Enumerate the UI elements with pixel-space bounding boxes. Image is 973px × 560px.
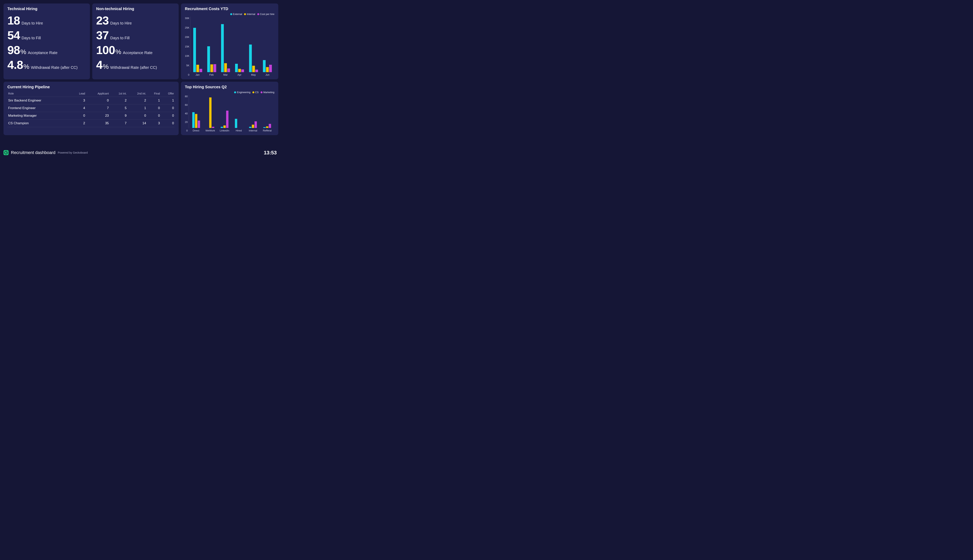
y-tick: 80	[185, 95, 187, 98]
legend-label: Marketing	[263, 91, 274, 94]
bar	[198, 120, 200, 128]
bar	[255, 70, 258, 72]
bar-group	[205, 17, 219, 72]
table-row: Frontend Engineer475100	[7, 104, 175, 112]
y-tick: 30K	[185, 17, 189, 20]
table-cell: 14	[127, 120, 147, 127]
bar-group	[246, 95, 260, 128]
metric-label: Days to Hire	[110, 21, 132, 25]
table-cell: 1	[127, 104, 147, 112]
table-cell: 35	[86, 120, 110, 127]
metric-value: 23	[96, 14, 109, 27]
bar-group	[260, 95, 274, 128]
y-tick: 25K	[185, 26, 189, 29]
table-cell: Marketing Manager	[7, 112, 72, 120]
chart-area: 30K25K20K15K10K5K0 JanFebMarAprMayJun	[185, 17, 274, 76]
metric-value: 4	[96, 58, 102, 72]
metric: 23Days to Hire	[96, 14, 175, 27]
metric-label: Days to Fill	[22, 36, 41, 40]
card-title: Current Hiring Pipeline	[7, 85, 175, 89]
legend-item: Engineering	[234, 91, 250, 94]
legend-swatch-icon	[252, 92, 254, 93]
metric-unit: %	[115, 48, 121, 56]
card-title: Non-technical Hiring	[96, 7, 175, 11]
bar	[263, 60, 266, 72]
legend-label: Internal	[247, 13, 255, 15]
legend-swatch-icon	[257, 13, 259, 15]
bar-group	[247, 17, 261, 72]
bar	[252, 125, 254, 128]
bar	[221, 24, 224, 72]
table-header: Role	[7, 90, 72, 97]
metric: 18Days to Hire	[7, 14, 86, 27]
metric: 37Days to Fill	[96, 29, 175, 42]
metric: 98%Acceptance Rate	[7, 44, 86, 57]
table-cell: 2	[110, 97, 127, 104]
bar	[252, 66, 255, 72]
y-tick: 20	[185, 120, 187, 123]
metric-unit: %	[23, 63, 29, 70]
table-header: 1st int.	[110, 90, 127, 97]
x-tick: Feb	[204, 73, 219, 76]
card-hiring-sources: Top Hiring Sources Q2 EngineeringCSMarke…	[181, 82, 278, 135]
table-cell: CS Champion	[7, 120, 72, 127]
metric: 100%Acceptance Rate	[96, 44, 175, 57]
bar-group	[232, 17, 247, 72]
table-cell: Frontend Engineer	[7, 104, 72, 112]
card-recruitment-costs: Recruitment Costs YTD ExternalInternalCo…	[181, 3, 278, 79]
table-cell: 2	[127, 97, 147, 104]
bar	[211, 64, 213, 72]
bar	[221, 127, 223, 128]
card-nontechnical-hiring: Non-technical Hiring 23Days to Hire37Day…	[92, 3, 179, 79]
card-technical-hiring: Technical Hiring 18Days to Hire54Days to…	[3, 3, 90, 79]
card-title: Top Hiring Sources Q2	[185, 85, 274, 89]
legend-swatch-icon	[244, 13, 246, 15]
x-axis: DirectWeWorkLinkedInHiredInternalReffera…	[189, 129, 274, 132]
bar	[195, 114, 197, 128]
bar	[207, 46, 210, 72]
table-cell: 7	[110, 120, 127, 127]
chart-area: 806040200 DirectWeWorkLinkedInHiredInter…	[185, 95, 274, 132]
bar-group	[191, 17, 205, 72]
legend-label: CS	[255, 91, 259, 94]
table-header: Final	[147, 90, 161, 97]
bar	[214, 64, 216, 72]
bar	[235, 64, 238, 72]
metric-value: 98	[7, 44, 20, 57]
y-tick: 10K	[185, 55, 189, 57]
bar	[212, 127, 214, 128]
legend-swatch-icon	[234, 92, 236, 93]
y-tick: 0	[188, 73, 189, 76]
bar	[269, 124, 271, 128]
chart-legend: EngineeringCSMarketing	[185, 91, 274, 94]
table-header: Offer	[161, 90, 175, 97]
bar	[266, 67, 269, 72]
legend-item: External	[230, 13, 242, 15]
footer: Recruitment dashboard Powered by Geckobo…	[0, 148, 280, 158]
bar	[235, 119, 237, 128]
bar-group	[260, 17, 274, 72]
metric: 4.8%Withdrawal Rate (after CC)	[7, 58, 86, 72]
bar	[249, 45, 252, 72]
table-cell: 5	[110, 104, 127, 112]
x-tick: Jan	[191, 73, 204, 76]
x-tick: Refferal	[260, 129, 274, 132]
table-cell: 0	[86, 97, 110, 104]
table-header: Lead	[72, 90, 86, 97]
bar	[254, 121, 257, 128]
bar	[238, 69, 241, 72]
chart-legend: ExternalInternalCost per hire	[185, 13, 274, 15]
legend-label: Cost per hire	[260, 13, 274, 15]
y-tick: 0	[186, 129, 187, 132]
table-row: Marketing Manager0239000	[7, 112, 175, 120]
bar-group	[217, 95, 232, 128]
metric: 54Days to Fill	[7, 29, 86, 42]
y-tick: 20K	[185, 36, 189, 38]
bar	[226, 111, 229, 128]
metric: 4%Withdrawal Rate (after CC)	[96, 58, 175, 72]
bar	[192, 112, 195, 128]
x-tick: Jun	[260, 73, 274, 76]
table-cell: Snr Backend Engineer	[7, 97, 72, 104]
x-axis: JanFebMarAprMayJun	[191, 73, 274, 76]
bar	[269, 65, 272, 72]
